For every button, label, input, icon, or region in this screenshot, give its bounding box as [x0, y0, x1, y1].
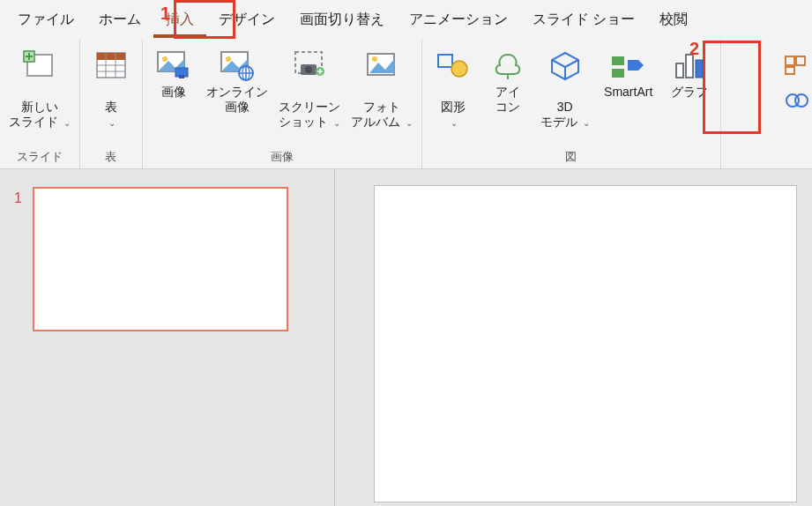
- group-tables: 表⌄ 表: [80, 39, 143, 168]
- svg-rect-28: [438, 55, 452, 67]
- tab-bar: ファイル ホーム 挿入 デザイン 画面切り替え アニメーション スライド ショー…: [0, 0, 812, 39]
- new-slide-label: 新しい スライド ⌄: [9, 85, 71, 129]
- slide-canvas[interactable]: [374, 185, 797, 502]
- smartart-label: SmartArt: [604, 85, 652, 100]
- pictures-label: 画像: [161, 85, 186, 100]
- svg-rect-39: [786, 56, 794, 65]
- tab-home[interactable]: ホーム: [86, 2, 153, 38]
- slide-thumbnail-1[interactable]: [33, 187, 288, 331]
- thumbnail-number: 1: [14, 190, 22, 206]
- group-tables-label: 表: [86, 145, 137, 167]
- svg-rect-36: [676, 63, 683, 78]
- ribbon-overflow: [780, 46, 812, 152]
- photo-album-label: フォト アルバム ⌄: [351, 85, 413, 129]
- chart-button[interactable]: グラフ: [664, 44, 715, 103]
- thumbnail-pane[interactable]: 1: [0, 169, 335, 506]
- ribbon: 新しい スライド ⌄ スライド: [0, 39, 812, 169]
- pictures-icon: [153, 48, 194, 83]
- tab-slideshow[interactable]: スライド ショー: [520, 2, 647, 38]
- tab-file[interactable]: ファイル: [5, 2, 86, 38]
- svg-rect-34: [612, 69, 624, 78]
- workspace: 1: [0, 169, 812, 506]
- icons-button[interactable]: アイ コン: [482, 44, 533, 118]
- smartart-icon: [608, 48, 649, 83]
- icons-label: アイ コン: [495, 85, 520, 115]
- addins-icon[interactable]: [784, 55, 808, 76]
- table-icon: [91, 48, 131, 83]
- new-slide-icon: [19, 48, 60, 83]
- tab-insert[interactable]: 挿入: [153, 2, 206, 38]
- group-illustrations: 図形⌄ アイ コン: [422, 39, 721, 168]
- svg-rect-33: [612, 56, 624, 65]
- pictures-button[interactable]: 画像: [148, 44, 199, 103]
- 3d-models-label: 3D モデル ⌄: [540, 85, 590, 129]
- tab-design[interactable]: デザイン: [206, 2, 287, 38]
- icons-icon: [488, 48, 528, 83]
- svg-rect-5: [97, 53, 125, 60]
- slide-editor-pane: [335, 169, 812, 506]
- chevron-down-icon: ⌄: [583, 118, 590, 129]
- screenshot-button[interactable]: スクリーン ショット ⌄: [275, 44, 344, 132]
- screenshot-label: スクリーン ショット ⌄: [279, 85, 340, 129]
- online-pictures-icon: [217, 48, 257, 83]
- new-slide-button[interactable]: 新しい スライド ⌄: [5, 44, 74, 132]
- 3d-models-button[interactable]: 3D モデル ⌄: [537, 44, 593, 132]
- svg-point-22: [305, 66, 312, 73]
- svg-rect-13: [179, 75, 184, 78]
- svg-marker-35: [628, 60, 644, 71]
- screenshot-icon: [289, 48, 330, 83]
- tab-transitions[interactable]: 画面切り替え: [287, 2, 397, 38]
- chevron-down-icon: ⌄: [451, 118, 458, 129]
- group-illustrations-label: 図: [428, 145, 715, 167]
- chart-icon: [669, 48, 710, 83]
- table-button[interactable]: 表⌄: [86, 44, 137, 132]
- group-images-label: 画像: [148, 145, 416, 167]
- svg-point-11: [162, 56, 168, 62]
- online-pictures-button[interactable]: オンライン 画像: [203, 44, 272, 118]
- photo-album-button[interactable]: フォト アルバム ⌄: [347, 44, 416, 132]
- svg-point-29: [451, 61, 467, 77]
- svg-rect-40: [796, 56, 805, 65]
- svg-rect-41: [786, 67, 794, 74]
- shapes-icon: [433, 48, 473, 83]
- shapes-button[interactable]: 図形⌄: [428, 44, 479, 132]
- chevron-down-icon: ⌄: [406, 118, 413, 129]
- svg-point-43: [795, 94, 808, 107]
- chevron-down-icon: ⌄: [63, 118, 71, 129]
- group-slides-label: スライド: [5, 145, 74, 167]
- cube-icon: [545, 48, 585, 83]
- group-slides: 新しい スライド ⌄ スライド: [0, 39, 80, 168]
- svg-point-15: [226, 56, 231, 62]
- photo-album-icon: [361, 48, 402, 83]
- online-pictures-label: オンライン 画像: [206, 85, 268, 115]
- link-icon[interactable]: [784, 90, 808, 111]
- svg-rect-37: [686, 55, 693, 78]
- tab-review[interactable]: 校閲: [647, 2, 700, 38]
- chevron-down-icon: ⌄: [333, 118, 340, 129]
- tab-animations[interactable]: アニメーション: [397, 2, 520, 38]
- group-images: 画像 オンライン 画像: [143, 39, 422, 168]
- svg-rect-38: [696, 60, 703, 78]
- svg-point-27: [372, 56, 377, 62]
- table-label: 表⌄: [105, 85, 117, 129]
- shapes-label: 図形⌄: [441, 85, 466, 129]
- smartart-button[interactable]: SmartArt: [597, 44, 660, 103]
- chevron-down-icon: ⌄: [108, 118, 115, 129]
- chart-label: グラフ: [671, 85, 708, 100]
